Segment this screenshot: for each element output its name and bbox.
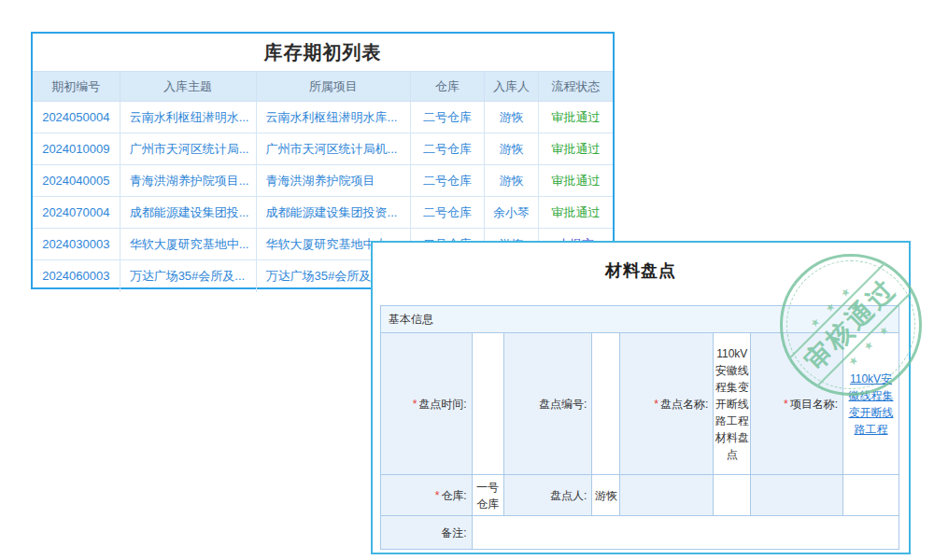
col-header-person: 入库人 — [485, 72, 539, 102]
required-asterisk: * — [654, 398, 658, 411]
table-row[interactable]: 2024040005 青海洪湖养护院项目... 青海洪湖养护院项目 二号仓库 游… — [33, 165, 613, 197]
check-time-value — [472, 333, 503, 475]
col-header-opening-id: 期初编号 — [33, 72, 120, 102]
cell-subject[interactable]: 万达广场35#会所及... — [120, 260, 256, 292]
cell-subject[interactable]: 华软大厦研究基地中... — [120, 229, 256, 260]
table-header-row: 期初编号 入库主题 所属项目 仓库 入库人 流程状态 — [33, 72, 613, 102]
section-header-basic-info: 基本信息 — [381, 306, 899, 333]
form-row-main: *盘点时间: 盘点编号: *盘点名称: 110kV安徽线程集变开断线路工程材料盘… — [381, 333, 899, 475]
warehouse-label: *仓库: — [381, 475, 473, 516]
cell-person: 游恢 — [485, 102, 539, 133]
empty-value-cell — [714, 475, 751, 516]
cell-person: 游恢 — [485, 133, 539, 165]
empty-label-cell — [751, 475, 843, 516]
cell-project[interactable]: 云南水利枢纽潜明水库... — [256, 102, 410, 133]
col-header-subject: 入库主题 — [120, 72, 256, 102]
cell-warehouse: 二号仓库 — [410, 133, 484, 165]
empty-value-cell — [843, 475, 899, 516]
project-name-value: 110kV安徽线程集变开断线路工程 — [843, 333, 899, 475]
material-check-dialog: 材料盘点 基本信息 *盘点时间: 盘点编号: *盘点名称: 110kV安徽线程集… — [371, 241, 911, 554]
check-person-label: 盘点人: — [503, 475, 592, 516]
page: 库存期初列表 期初编号 入库主题 所属项目 仓库 入库人 流程状态 202405… — [0, 0, 934, 560]
cell-opening-id[interactable]: 2024070004 — [33, 197, 120, 229]
cell-warehouse: 二号仓库 — [410, 102, 484, 133]
cell-status: 审批通过 — [538, 133, 613, 165]
col-header-warehouse: 仓库 — [410, 72, 484, 102]
cell-opening-id[interactable]: 2024030003 — [33, 229, 120, 260]
table-row[interactable]: 2024070004 成都能源建设集团投... 成都能源建设集团投资... 二号… — [33, 197, 613, 229]
check-person-value: 游恢 — [592, 475, 620, 516]
warehouse-value: 一号仓库 — [472, 475, 503, 516]
table-row[interactable]: 2024010009 广州市天河区统计局... 广州市天河区统计局机... 二号… — [33, 133, 613, 165]
cell-opening-id[interactable]: 2024040005 — [33, 165, 120, 197]
project-link[interactable]: 110kV安徽线程集变开断线路工程 — [849, 372, 894, 436]
check-name-label: *盘点名称: — [620, 333, 714, 475]
empty-label-cell — [620, 475, 714, 516]
cell-opening-id[interactable]: 2024010009 — [33, 133, 120, 165]
cell-opening-id[interactable]: 2024060003 — [33, 260, 120, 292]
form-row-remark: 备注: — [381, 516, 899, 550]
cell-warehouse: 二号仓库 — [410, 165, 484, 197]
col-header-status: 流程状态 — [538, 72, 613, 102]
cell-opening-id[interactable]: 2024050004 — [33, 102, 120, 133]
remark-label: 备注: — [381, 516, 473, 550]
cell-project[interactable]: 广州市天河区统计局机... — [256, 133, 410, 165]
project-name-label: *项目名称: — [751, 333, 843, 475]
check-name-value: 110kV安徽线程集变开断线路工程材料盘点 — [714, 333, 751, 475]
cell-project[interactable]: 成都能源建设集团投资... — [256, 197, 410, 229]
cell-subject[interactable]: 广州市天河区统计局... — [120, 133, 256, 165]
basic-info-form: 基本信息 *盘点时间: 盘点编号: *盘点名称: 110kV安徽线程集变开断线路… — [380, 305, 899, 550]
cell-person: 余小琴 — [485, 197, 539, 229]
inventory-list-title: 库存期初列表 — [33, 34, 613, 71]
cell-status: 审批通过 — [538, 197, 613, 229]
cell-subject[interactable]: 成都能源建设集团投... — [120, 197, 256, 229]
required-asterisk: * — [784, 398, 788, 411]
required-asterisk: * — [413, 398, 417, 411]
cell-subject[interactable]: 青海洪湖养护院项目... — [120, 165, 256, 197]
form-row-warehouse: *仓库: 一号仓库 盘点人: 游恢 — [381, 475, 899, 516]
table-row[interactable]: 2024050004 云南水利枢纽潜明水... 云南水利枢纽潜明水库... 二号… — [33, 102, 613, 133]
cell-project[interactable]: 青海洪湖养护院项目 — [256, 165, 410, 197]
section-header-row: 基本信息 — [381, 306, 899, 333]
cell-status: 审批通过 — [538, 165, 613, 197]
required-asterisk: * — [435, 489, 440, 502]
cell-person: 游恢 — [485, 165, 539, 197]
dialog-title: 材料盘点 — [373, 259, 909, 282]
col-header-project: 所属项目 — [256, 72, 410, 102]
remark-value — [472, 516, 899, 550]
cell-warehouse: 二号仓库 — [410, 197, 484, 229]
check-number-label: 盘点编号: — [503, 333, 592, 475]
cell-subject[interactable]: 云南水利枢纽潜明水... — [120, 102, 256, 133]
check-time-label: *盘点时间: — [381, 333, 473, 475]
check-number-value — [592, 333, 620, 475]
cell-status: 审批通过 — [538, 102, 613, 133]
